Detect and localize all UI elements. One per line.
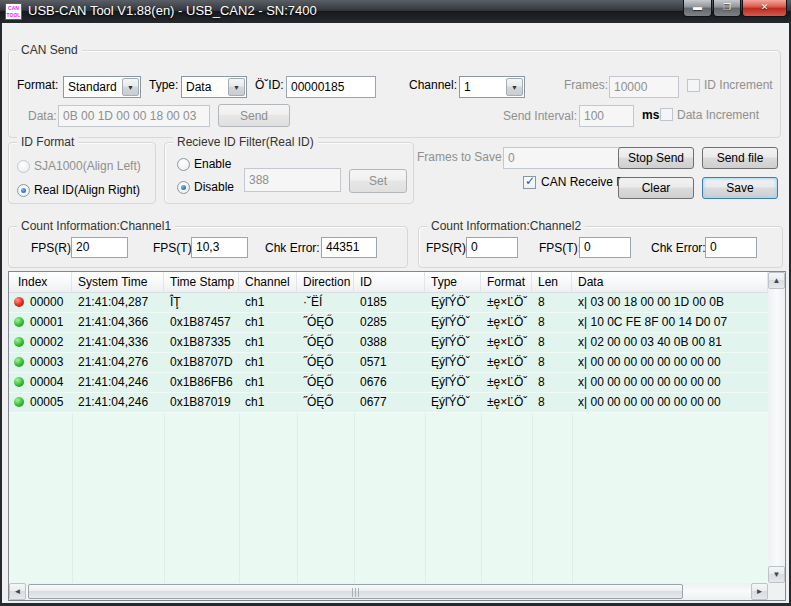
send-interval-label: Send Interval:	[503, 109, 577, 123]
cell-system-time: 21:41:04,246	[72, 393, 164, 412]
cell-time-stamp: 0x1B87457	[164, 313, 239, 332]
horizontal-scrollbar-thumb[interactable]	[28, 584, 683, 599]
cell-time-stamp: 0x1B8707D	[164, 353, 239, 372]
format-select[interactable]: Standard ▼	[63, 76, 141, 98]
cell-len: 8	[532, 313, 572, 332]
column-header-index[interactable]: Index	[9, 272, 72, 293]
frames-to-save-label: Frames to Save:	[417, 150, 505, 164]
column-header-type[interactable]: Type	[425, 272, 481, 293]
count-channel2-group: Count Information:Channel2 FPS(R): 0 FPS…	[418, 226, 783, 268]
send-interval-input: 100	[579, 105, 634, 127]
chk-error-label: Chk Error:	[265, 241, 320, 255]
green-status-dot-icon	[14, 377, 24, 387]
chevron-down-icon[interactable]: ▼	[506, 78, 523, 96]
close-button[interactable]: ✕	[742, 0, 787, 17]
cell-data: x| 00 00 00 00 00 00 00 00	[572, 393, 768, 412]
cell-data: x| 03 00 18 00 00 1D 00 0B	[572, 293, 768, 312]
set-button[interactable]: Set	[349, 169, 407, 193]
data-increment-checkbox	[660, 108, 673, 121]
send-button[interactable]: Send	[218, 104, 290, 127]
vertical-scrollbar[interactable]: ▲ ▼	[768, 272, 785, 583]
title-bar[interactable]: CAN TOOL USB-CAN Tool V1.88(en) - USB_CA…	[0, 0, 791, 23]
fps-r-label: FPS(R):	[31, 241, 74, 255]
cell-time-stamp: ÎŢ	[164, 293, 239, 312]
column-header-channel[interactable]: Channel	[239, 272, 297, 293]
cell-channel: ch1	[239, 393, 297, 412]
scroll-up-icon[interactable]: ▲	[768, 272, 785, 289]
cell-direction: ˝ÓĘŐ	[297, 373, 354, 392]
cell-len: 8	[532, 373, 572, 392]
cell-id: 0185	[354, 293, 425, 312]
column-header-format[interactable]: Format	[481, 272, 532, 293]
cell-direction: ˝ÓĘŐ	[297, 353, 354, 372]
receive-id-filter-group: Recieve ID Filter(Real ID) Enable Disabl…	[164, 142, 414, 204]
chevron-down-icon[interactable]: ▼	[228, 78, 245, 96]
real-id-label: Real ID(Align Right)	[34, 183, 140, 197]
green-status-dot-icon	[14, 357, 24, 367]
app-window: CAN TOOL USB-CAN Tool V1.88(en) - USB_CA…	[0, 0, 791, 606]
cell-format: ±ę×ĽÖˇ	[481, 293, 532, 312]
channel-select[interactable]: 1 ▼	[459, 76, 525, 98]
table-row[interactable]: 0000121:41:04,3660x1B87457ch1˝ÓĘŐ0285Ęýľ…	[9, 313, 768, 333]
frame-id-input[interactable]: 00000185	[286, 76, 376, 98]
chevron-down-icon[interactable]: ▼	[122, 78, 139, 96]
column-header-data[interactable]: Data	[572, 272, 768, 293]
type-value: Data	[186, 80, 211, 94]
column-header-len[interactable]: Len	[532, 272, 572, 293]
cell-index: 00003	[9, 353, 72, 372]
app-logo-icon: CAN TOOL	[5, 3, 22, 20]
column-header-id[interactable]: ID	[354, 272, 425, 293]
data-input: 0B 00 1D 00 00 18 00 03	[58, 105, 210, 127]
filter-disable-label: Disable	[194, 180, 234, 194]
type-label: Type:	[149, 78, 178, 92]
count-channel2-title: Count Information:Channel2	[427, 219, 585, 233]
cell-type: ĘýľÝÖˇ	[425, 293, 481, 312]
cell-len: 8	[532, 393, 572, 412]
stop-send-button[interactable]: Stop Send	[618, 147, 694, 169]
cell-channel: ch1	[239, 313, 297, 332]
frames-to-save-input: 0	[503, 147, 633, 169]
cell-index: 00005	[9, 393, 72, 412]
cell-index: 00002	[9, 333, 72, 352]
channel-label: Channel:	[409, 78, 457, 92]
clear-button[interactable]: Clear	[618, 177, 694, 199]
chk-error-value: 44351	[321, 237, 377, 258]
table-header: Index System Time Time Stamp Channel Dir…	[9, 272, 768, 293]
id-format-group: ID Format SJA1000(Align Left) Real ID(Al…	[8, 142, 156, 204]
minimize-button[interactable]: ▬	[683, 0, 712, 17]
real-id-radio[interactable]	[17, 184, 30, 197]
chk-error-value: 0	[705, 237, 757, 258]
filter-id-input: 388	[244, 168, 341, 192]
filter-enable-radio[interactable]	[177, 158, 190, 171]
cell-format: ±ę×ĽÖˇ	[481, 393, 532, 412]
message-table: Index System Time Time Stamp Channel Dir…	[8, 271, 786, 601]
column-header-time-stamp[interactable]: Time Stamp	[164, 272, 239, 293]
sja1000-label: SJA1000(Align Left)	[34, 159, 141, 173]
type-select[interactable]: Data ▼	[181, 76, 247, 98]
cell-len: 8	[532, 293, 572, 312]
table-row[interactable]: 0000021:41:04,287ÎŢch1·˘ËÍ0185ĘýľÝÖˇ±ę×Ľ…	[9, 293, 768, 313]
fps-r-value: 20	[71, 237, 128, 258]
table-row[interactable]: 0000521:41:04,2460x1B87019ch1˝ÓĘŐ0677Ęýľ…	[9, 393, 768, 413]
can-receive-enable-checkbox[interactable]	[523, 176, 536, 189]
column-header-direction[interactable]: Direction	[297, 272, 354, 293]
save-button[interactable]: Save	[702, 177, 778, 199]
scroll-down-icon[interactable]: ▼	[768, 566, 785, 583]
scroll-right-icon[interactable]: ►	[751, 583, 768, 600]
format-value: Standard	[68, 80, 117, 94]
maximize-button[interactable]: ❐	[713, 0, 741, 17]
scroll-left-icon[interactable]: ◄	[9, 583, 26, 600]
cell-type: ĘýľÝÖˇ	[425, 393, 481, 412]
table-row[interactable]: 0000321:41:04,2760x1B8707Dch1˝ÓĘŐ0571Ęýľ…	[9, 353, 768, 373]
table-row[interactable]: 0000221:41:04,3360x1B87335ch1˝ÓĘŐ0388Ęýľ…	[9, 333, 768, 353]
horizontal-scrollbar[interactable]: ◄ ►	[9, 583, 768, 600]
receive-id-filter-group-title: Recieve ID Filter(Real ID)	[173, 135, 318, 149]
column-header-system-time[interactable]: System Time	[72, 272, 164, 293]
send-file-button[interactable]: Send file	[702, 147, 778, 169]
table-row[interactable]: 0000421:41:04,2460x1B86FB6ch1˝ÓĘŐ0676Ęýľ…	[9, 373, 768, 393]
fps-t-value: 0	[579, 237, 631, 258]
fps-t-value: 10,3	[191, 237, 248, 258]
fps-r-label: FPS(R):	[426, 241, 469, 255]
count-channel1-title: Count Information:Channel1	[17, 219, 175, 233]
filter-disable-radio[interactable]	[177, 181, 190, 194]
